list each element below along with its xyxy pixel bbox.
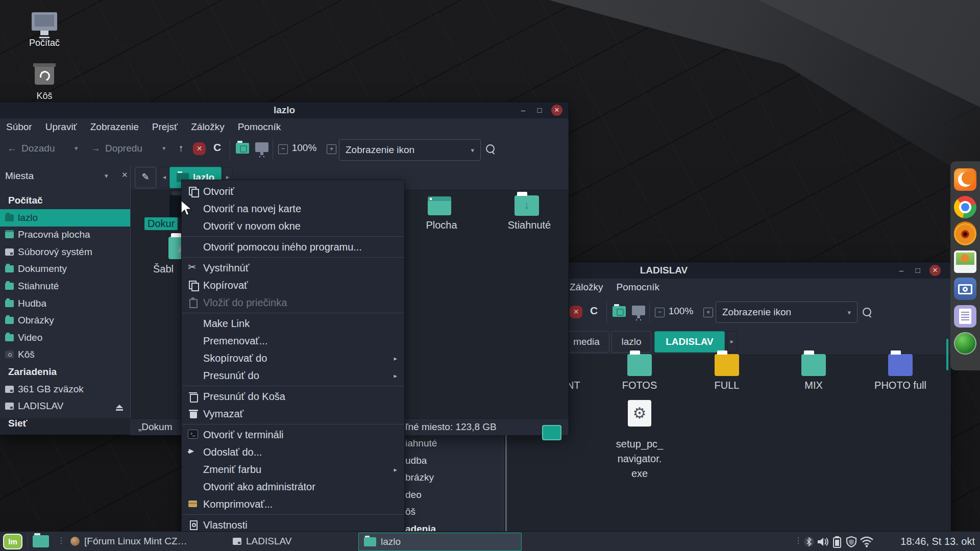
volume-icon[interactable] bbox=[817, 536, 830, 548]
desktop-icon-computer[interactable]: Počítač bbox=[16, 12, 72, 48]
view-mode-select[interactable]: Zobrazenie ikon ▾ bbox=[339, 139, 481, 161]
context-menu-item-presun-do-ko-a[interactable]: Presunúť do Koša bbox=[182, 388, 404, 405]
context-menu-item-kop-rova[interactable]: Kopírovať bbox=[182, 277, 404, 294]
file-label[interactable]: FOTOS bbox=[604, 380, 675, 391]
sidebar-item-obr-zky[interactable]: Obrázky bbox=[0, 312, 130, 329]
file-manager-launcher[interactable] bbox=[33, 535, 49, 547]
menu-item-pomocn-k[interactable]: Pomocník bbox=[238, 121, 281, 133]
menu-item-z-lo-ky[interactable]: Záložky bbox=[191, 121, 224, 133]
lazlo-titlebar[interactable]: lazlo – □ ✕ bbox=[0, 102, 569, 118]
xnview-icon[interactable] bbox=[954, 223, 976, 245]
desktop-icon-trash[interactable]: Kôš bbox=[16, 63, 72, 102]
sidebar-item-deo[interactable]: deo bbox=[405, 489, 422, 500]
back-button[interactable]: Dozadu bbox=[21, 143, 55, 154]
clock[interactable]: 18:46, St 13. okt bbox=[900, 536, 975, 547]
context-menu-item-odosla-do[interactable]: Odoslať do... bbox=[182, 443, 404, 461]
stop-button[interactable]: ✕ bbox=[193, 142, 206, 155]
context-menu-item-otvori-ako-administr-tor[interactable]: Otvoriť ako administrátor bbox=[182, 478, 404, 495]
context-menu-item-skop-rova-do[interactable]: Skopírovať do▸ bbox=[182, 349, 404, 367]
search-icon[interactable] bbox=[486, 144, 495, 153]
sidebar-item-udba[interactable]: udba bbox=[405, 455, 427, 466]
context-menu-item-komprimova[interactable]: Komprimovať... bbox=[182, 495, 404, 513]
computer-view-icon[interactable] bbox=[255, 142, 268, 152]
back-dropdown-icon[interactable]: ▾ bbox=[75, 144, 78, 152]
sidebar-item-video[interactable]: Video bbox=[0, 329, 130, 346]
refresh-button[interactable]: C bbox=[213, 141, 221, 154]
screenshot-tool-icon[interactable] bbox=[954, 278, 976, 300]
menu-item-pomocn-k[interactable]: Pomocník bbox=[616, 282, 659, 293]
menu-item-zobrazenie[interactable]: Zobrazenie bbox=[90, 121, 139, 133]
image-viewer-icon[interactable] bbox=[954, 251, 976, 273]
file-label[interactable]: PHOTO full bbox=[854, 380, 946, 391]
sidebar-item-pracovn-plocha[interactable]: Pracovná plocha bbox=[0, 226, 130, 243]
sidebar-item-dokumenty[interactable]: Dokumenty bbox=[0, 260, 130, 278]
sidebar-item-[interactable]: ôš bbox=[405, 506, 415, 517]
taskbar-window-lazlo[interactable]: lazlo bbox=[358, 533, 522, 551]
forward-arrow-icon[interactable]: → bbox=[91, 143, 101, 154]
zoom-grip[interactable] bbox=[542, 425, 561, 440]
breadcrumb-lazlo[interactable]: lazlo bbox=[611, 331, 651, 353]
minimize-button[interactable]: – bbox=[518, 105, 529, 116]
context-menu-item-zmeni-farbu[interactable]: Zmeniť farbu▸ bbox=[182, 461, 404, 478]
file-label[interactable]: Plocha bbox=[406, 219, 477, 231]
forward-button[interactable]: Dopredu bbox=[105, 143, 142, 154]
sidebar-item-k[interactable]: Kôš bbox=[0, 346, 130, 363]
close-button[interactable]: ✕ bbox=[929, 265, 941, 276]
context-menu-item-otvori[interactable]: Otvoriť bbox=[182, 183, 404, 200]
exe-file-icon[interactable]: ⚙ bbox=[628, 400, 651, 427]
zoom-out-button[interactable]: − bbox=[278, 144, 288, 154]
maximize-button[interactable]: □ bbox=[534, 105, 545, 116]
file-label-partial[interactable]: NT bbox=[567, 380, 597, 391]
computer-view-icon[interactable] bbox=[632, 306, 645, 315]
maximize-button[interactable]: □ bbox=[912, 265, 923, 276]
sidebar-item-s-borov-syst-m[interactable]: Súborový systém bbox=[0, 243, 130, 261]
edit-path-button[interactable]: ✎ bbox=[135, 167, 156, 188]
tray-grip[interactable]: ⋮ bbox=[794, 536, 802, 545]
eject-icon[interactable] bbox=[116, 405, 123, 408]
context-menu-item-premenova[interactable]: Premenovať... bbox=[182, 332, 404, 349]
minimize-button[interactable]: – bbox=[896, 265, 907, 276]
sidebar-item-hudba[interactable]: Hudba bbox=[0, 295, 130, 312]
context-menu-item-vymaza[interactable]: Vymazať bbox=[182, 405, 404, 422]
sidebar-item-br-zky[interactable]: brázky bbox=[405, 472, 434, 483]
places-dropdown-icon[interactable]: ▾ bbox=[105, 172, 108, 180]
context-menu-item-otvori-na-novej-karte[interactable]: Otvoriť na novej karte bbox=[182, 200, 404, 217]
home-folder-icon[interactable] bbox=[612, 306, 626, 317]
breadcrumb-prev-icon[interactable]: ◂ bbox=[159, 167, 169, 188]
exe-file-label[interactable]: setup_pc_ navigator. exe bbox=[604, 437, 675, 481]
folder-icon-photo-full[interactable] bbox=[888, 354, 913, 376]
status-orb-icon[interactable] bbox=[954, 332, 976, 355]
sidebar-item-iahnut[interactable]: iahnuté bbox=[405, 438, 437, 449]
file-label-selected[interactable]: Dokur bbox=[144, 217, 178, 230]
context-menu-item-vystrihn[interactable]: Vystrihnúť bbox=[182, 259, 404, 277]
search-icon[interactable] bbox=[863, 308, 871, 316]
folder-icon-desktop[interactable] bbox=[428, 196, 451, 215]
close-button[interactable]: ✕ bbox=[551, 105, 562, 116]
context-menu-item-make-link[interactable]: Make Link bbox=[182, 315, 404, 332]
up-button[interactable]: ↑ bbox=[179, 143, 184, 154]
folder-icon-mix[interactable] bbox=[801, 354, 826, 376]
zoom-in-button[interactable]: + bbox=[327, 144, 336, 154]
folder-icon-full[interactable] bbox=[715, 354, 739, 376]
menu-item-s-bor[interactable]: Súbor bbox=[6, 121, 32, 133]
folder-icon-fotos[interactable] bbox=[627, 354, 652, 376]
context-menu-item-otvori-pomocou-in-ho-programu[interactable]: Otvoriť pomocou iného programu... bbox=[182, 238, 404, 256]
sidebar-item-ladislav[interactable]: LADISLAV bbox=[0, 397, 130, 415]
breadcrumb-media[interactable]: media bbox=[564, 331, 609, 353]
places-close-icon[interactable]: ✕ bbox=[121, 170, 128, 180]
file-label[interactable]: MIX bbox=[778, 380, 849, 391]
context-menu-item-otvori-v-novom-okne[interactable]: Otvoriť v novom okne bbox=[182, 217, 404, 235]
wifi-icon[interactable] bbox=[860, 536, 874, 548]
view-mode-select[interactable]: Zobrazenie ikon ▾ bbox=[716, 302, 857, 323]
home-folder-icon[interactable] bbox=[236, 143, 249, 154]
breadcrumb-ladislav[interactable]: LADISLAV bbox=[654, 331, 725, 353]
content-scrollbar[interactable] bbox=[946, 339, 948, 370]
menu-item-z-lo-ky[interactable]: Záložky bbox=[570, 282, 603, 293]
text-editor-icon[interactable] bbox=[954, 305, 976, 328]
context-menu-item-presun-do[interactable]: Presunúť do▸ bbox=[182, 367, 404, 384]
context-menu-item-otvori-v-termin-li[interactable]: Otvoriť v termináli bbox=[182, 426, 404, 443]
battery-icon[interactable] bbox=[832, 536, 842, 548]
stop-button[interactable]: ✕ bbox=[570, 306, 582, 318]
back-arrow-icon[interactable]: ← bbox=[7, 143, 17, 154]
file-label[interactable]: FULL bbox=[691, 380, 763, 391]
